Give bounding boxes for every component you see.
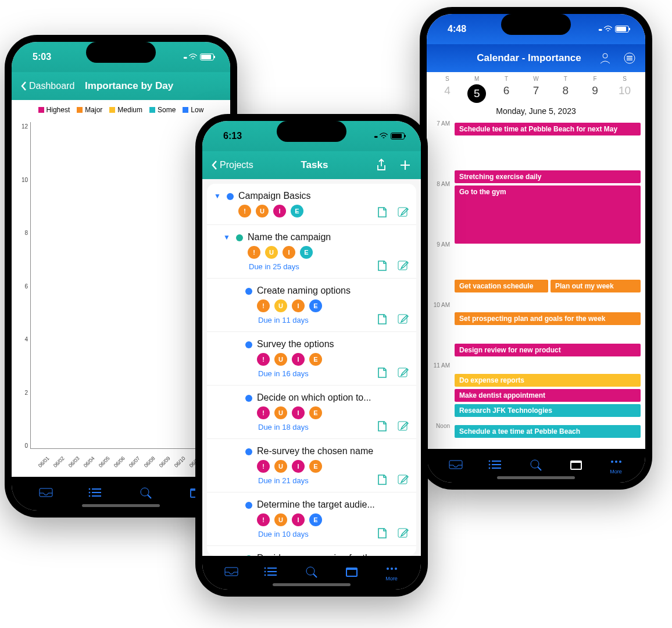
calendar-event[interactable]: Schedule a tee time at Pebble Beach [455,425,641,438]
priority-badge: U [274,353,287,366]
calendar-event[interactable]: Research JFK Technologies [455,404,641,417]
day-column[interactable]: W7 [524,76,548,103]
tab-search[interactable] [138,486,153,499]
tab-more[interactable]: More [384,562,399,581]
day-column[interactable]: S4 [435,76,459,103]
back-button[interactable]: Dashboard [21,81,74,91]
svg-point-3 [89,495,90,497]
hour-label: 9 AM [427,241,450,302]
note-icon[interactable] [376,206,388,219]
task-row[interactable]: Decide on messaging for the... [207,546,416,556]
svg-rect-0 [40,488,52,497]
priority-badge: I [292,460,305,473]
legend-label: Low [191,106,203,114]
calendar-event[interactable]: Get vacation schedule [455,280,548,292]
day-column[interactable]: S10 [612,76,637,103]
edit-icon[interactable] [396,366,409,379]
note-icon[interactable] [376,259,388,272]
tab-search[interactable] [528,458,544,471]
calendar-event[interactable]: Stretching exercise daily [455,170,641,183]
edit-icon[interactable] [396,527,409,540]
task-row[interactable]: ▼Campaign Basics!UIE [207,184,416,225]
note-icon[interactable] [376,366,388,379]
task-row[interactable]: Decide on which option to...!UIEDue in 1… [207,386,416,439]
task-row[interactable]: Survey the options!UIEDue in 16 days [207,332,416,386]
tasks-list: ▼Campaign Basics!UIE▼Name the campaign!U… [207,184,416,556]
tab-more[interactable]: More [609,455,624,474]
x-label: 06/05 [98,455,111,469]
task-badges: !UIE [257,353,408,366]
day-schedule[interactable]: 7 AM8 AM9 AM10 AM11 AMNoon Schedule tee … [427,120,645,449]
tab-inbox[interactable] [38,486,53,499]
x-label: 06/07 [128,455,141,469]
edit-icon[interactable] [396,313,409,326]
task-row[interactable]: Determine the target audie...!UIEDue in … [207,493,416,546]
tab-inbox[interactable] [224,565,239,578]
priority-badge: ! [257,353,270,366]
tab-calendar[interactable] [569,458,584,471]
back-label: Dashboard [29,81,74,91]
calendar-event[interactable]: Plan out my week [551,280,641,292]
svg-point-21 [387,568,389,570]
tab-list[interactable] [264,565,279,578]
x-label: 06/08 [143,455,156,469]
calendar-event[interactable]: Go to the gym [455,185,641,244]
task-bullet [245,502,252,509]
edit-icon[interactable] [396,206,409,219]
chevron-down-icon[interactable]: ▼ [214,191,222,217]
tab-calendar[interactable] [344,565,359,578]
x-label: 06/03 [67,455,81,469]
week-header: S4M5T6W7T8F9S10 Monday, June 5, 2023 [427,72,645,120]
task-bullet [245,555,252,556]
calendar-event[interactable]: Schedule tee time at Pebble Beach for ne… [455,123,641,135]
day-of-week: F [594,76,597,82]
nav-bar: Calendar - Importance [427,44,645,72]
note-icon[interactable] [376,313,388,326]
legend-item: Low [183,106,203,114]
task-row[interactable]: ▼Name the campaign!UIEDue in 25 days [207,225,416,279]
calendar-event[interactable]: Make dentist appointment [455,389,641,402]
battery-icon [200,53,214,60]
edit-icon[interactable] [396,420,409,433]
tab-list[interactable] [88,486,103,499]
legend-label: Major [85,106,102,114]
priority-badge: ! [248,246,260,259]
note-icon[interactable] [376,527,388,540]
hour-label: 11 AM [427,362,450,423]
tab-list[interactable] [488,458,503,471]
y-tick: 10 [16,177,28,183]
priority-badge: U [274,513,287,526]
chevron-down-icon[interactable]: ▼ [223,232,231,271]
profile-icon[interactable] [599,52,612,65]
day-column[interactable]: T8 [553,76,578,103]
calendar-event[interactable]: Set prospecting plan and goals for the w… [455,312,641,325]
legend-label: Highest [47,106,70,114]
legend-swatch [38,107,44,113]
hours-column: 7 AM8 AM9 AM10 AM11 AMNoon [427,120,453,449]
tab-search[interactable] [304,565,319,578]
menu-circle-icon[interactable] [623,52,636,65]
share-icon[interactable] [376,158,387,172]
priority-badge: ! [257,299,270,312]
day-column[interactable]: M5 [464,76,489,103]
calendar-event[interactable]: Do expense reports [455,374,641,387]
day-column[interactable]: T6 [494,76,519,103]
back-button[interactable]: Projects [212,160,253,170]
x-label: 06/10 [173,455,187,469]
day-number: 7 [533,84,539,97]
note-icon[interactable] [376,420,388,433]
legend-item: Highest [38,106,70,114]
edit-icon[interactable] [396,473,409,486]
svg-rect-26 [449,461,462,469]
calendar-event[interactable]: Design review for new product [455,344,641,356]
task-row[interactable]: Create naming options!UIEDue in 11 days [207,279,416,332]
tab-more-label: More [610,469,622,474]
task-actions [376,313,409,326]
day-column[interactable]: F9 [583,76,607,103]
tab-inbox[interactable] [448,458,463,471]
note-icon[interactable] [376,473,388,486]
add-icon[interactable] [399,159,412,172]
edit-icon[interactable] [396,259,409,272]
task-row[interactable]: Re-survey the chosen name!UIEDue in 21 d… [207,439,416,493]
day-number: 6 [503,84,510,97]
